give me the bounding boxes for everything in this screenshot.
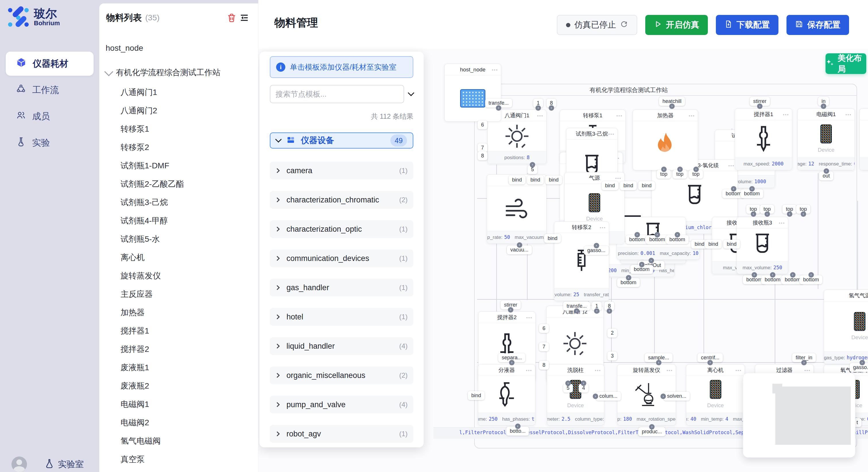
port-dot-icon[interactable]: › — [731, 186, 736, 192]
port-pill[interactable]: bind — [639, 181, 655, 190]
node-menu-icon[interactable]: ••• — [600, 225, 606, 230]
port-dot-icon[interactable]: › — [821, 103, 826, 109]
port-dot-icon[interactable]: › — [509, 360, 515, 365]
port-dot-icon[interactable]: › — [751, 211, 756, 217]
port-pill[interactable]: bind — [620, 181, 637, 190]
port-dot-icon[interactable]: › — [530, 162, 535, 167]
avatar[interactable] — [11, 457, 27, 472]
category-group-instruments[interactable]: 仪器设备 49 — [270, 133, 413, 148]
port-dot-icon[interactable]: › — [648, 258, 654, 263]
port-pill[interactable]: 5› — [563, 384, 573, 393]
port-dot-icon[interactable]: › — [607, 308, 612, 314]
category-row-communication_devices[interactable]: communication_devices(1) — [270, 249, 413, 267]
port-dot-icon[interactable]: › — [660, 394, 666, 399]
port-pill[interactable]: bottom› — [666, 235, 689, 244]
port-pill[interactable]: 4› — [579, 384, 588, 393]
node-menu-icon[interactable]: ••• — [616, 113, 623, 118]
chevron-down-icon[interactable] — [408, 90, 414, 96]
node-menu-icon[interactable]: ••• — [666, 368, 673, 372]
tree-item[interactable]: 搅拌器2 — [105, 340, 258, 359]
tree-item[interactable]: 试剂瓶1-DMF — [105, 157, 258, 175]
port-pill[interactable]: bind — [723, 240, 740, 248]
sidebar-item-instruments[interactable]: 仪器耗材 — [6, 52, 94, 76]
canvas-node-氢气气源[interactable]: 氢气气源•••Devicegas_type:hydrogenmax_pre — [824, 290, 868, 364]
canvas-node-离心机[interactable]: 离心机•••Devicetemp:40min_temp:4max_spe — [686, 364, 745, 426]
port-pill[interactable]: gasso...› — [849, 363, 868, 372]
sidebar-item-experiment[interactable]: 实验 — [6, 131, 94, 155]
port-pill[interactable]: bind — [508, 175, 525, 184]
port-pill[interactable]: bind — [705, 240, 722, 248]
port-pill[interactable]: 8› — [604, 302, 614, 310]
category-row-liquid_handler[interactable]: liquid_handler(4) — [270, 337, 413, 355]
node-menu-icon[interactable]: ••• — [804, 368, 811, 372]
beautify-layout-button[interactable]: 美化布局 — [826, 53, 866, 74]
category-row-camera[interactable]: camera(1) — [270, 162, 413, 179]
canvas-node-转移泵2[interactable]: 转移泵2•••max_volume:25transfer_rate:10 — [554, 222, 609, 301]
tree-item[interactable]: 搅拌器1 — [105, 322, 258, 340]
port-dot-icon[interactable]: › — [677, 167, 683, 172]
node-menu-icon[interactable]: ••• — [689, 113, 695, 118]
tree-item[interactable]: 八通阀门2 — [105, 102, 258, 120]
canvas-node-搅拌器1[interactable]: 搅拌器1•••max_speed:2000 — [735, 108, 792, 170]
port-dot-icon[interactable]: › — [824, 168, 829, 174]
port-pill[interactable]: heatchill› — [659, 97, 685, 106]
search-input[interactable] — [270, 85, 404, 103]
port-dot-icon[interactable]: › — [654, 232, 660, 237]
port-dot-icon[interactable]: › — [670, 103, 675, 109]
category-row-robot_agv[interactable]: robot_agv(1) — [270, 425, 413, 443]
port-pill[interactable]: top› — [746, 205, 761, 214]
collapse-list-icon[interactable] — [238, 11, 251, 24]
sim-status-pill[interactable]: 仿真已停止 — [557, 15, 637, 35]
tree-item[interactable]: 电磁阀2 — [105, 413, 258, 432]
node-menu-icon[interactable]: ••• — [526, 315, 532, 320]
port-pill[interactable]: solven...› — [663, 392, 690, 401]
port-dot-icon[interactable]: › — [594, 243, 599, 248]
node-menu-icon[interactable]: ••• — [779, 220, 785, 225]
port-dot-icon[interactable]: › — [770, 272, 775, 278]
canvas-node-加热器[interactable]: 加热器••• — [632, 109, 698, 170]
tree-item[interactable]: 试剂瓶5-水 — [105, 230, 258, 248]
port-pill[interactable]: produc...› — [639, 427, 665, 436]
tree-item[interactable]: 试剂瓶3-己烷 — [105, 193, 258, 212]
refresh-icon[interactable] — [620, 20, 628, 30]
canvas-node-真空泵[interactable]: 真空泵•••pump_rate:50max_vacuum:0.1 — [487, 174, 547, 244]
port-pill[interactable]: 5› — [528, 165, 537, 174]
port-dot-icon[interactable]: › — [808, 272, 814, 278]
port-dot-icon[interactable]: › — [565, 380, 571, 386]
category-row-characterization_optic[interactable]: characterization_optic(1) — [270, 220, 413, 238]
port-pill[interactable]: out› — [819, 171, 833, 180]
port-pill[interactable]: stirrer› — [501, 301, 521, 309]
port-dot-icon[interactable]: › — [508, 307, 514, 312]
tree-group-workstation[interactable]: 有机化学流程综合测试工作站 — [105, 67, 258, 83]
port-pill[interactable]: bottom› — [646, 235, 669, 244]
node-menu-icon[interactable]: ••• — [526, 368, 532, 372]
port-dot-icon[interactable]: › — [661, 167, 666, 172]
node-menu-icon[interactable]: ••• — [728, 163, 735, 168]
port-pill[interactable]: centrif...› — [698, 353, 723, 362]
port-dot-icon[interactable]: › — [574, 308, 580, 314]
port-pill[interactable]: top› — [760, 205, 774, 214]
port-pill[interactable]: bind — [468, 391, 485, 400]
start-simulation-button[interactable]: 开启仿真 — [645, 15, 708, 35]
port-pill[interactable]: sample...› — [645, 353, 673, 362]
port-pill[interactable]: 6 — [539, 324, 549, 333]
port-dot-icon[interactable]: › — [749, 186, 755, 192]
download-config-button[interactable]: 下载配置 — [716, 15, 778, 35]
tree-item[interactable]: 真空泵 — [105, 450, 258, 469]
category-row-characterization_chromatic[interactable]: characterization_chromatic(2) — [270, 191, 413, 209]
port-pill[interactable]: bottom› — [741, 189, 763, 198]
port-dot-icon[interactable]: › — [675, 232, 680, 237]
port-dot-icon[interactable]: › — [536, 105, 541, 111]
port-dot-icon[interactable]: › — [496, 105, 501, 111]
sidebar-item-workflow[interactable]: 工作流 — [6, 78, 94, 102]
port-pill[interactable]: 1› — [592, 302, 601, 310]
port-pill[interactable]: colum...› — [596, 392, 621, 401]
port-pill[interactable]: bottom› — [800, 275, 823, 284]
tree-item[interactable]: 加热器 — [105, 303, 258, 322]
port-pill[interactable]: 6 — [477, 121, 487, 129]
category-row-hotel[interactable]: hotel(1) — [270, 308, 413, 326]
tree-item[interactable]: 试剂瓶2-乙酸乙酯 — [105, 175, 258, 193]
port-dot-icon[interactable]: › — [581, 380, 586, 386]
port-dot-icon[interactable]: › — [549, 105, 554, 111]
node-menu-icon[interactable]: ••• — [845, 112, 851, 117]
